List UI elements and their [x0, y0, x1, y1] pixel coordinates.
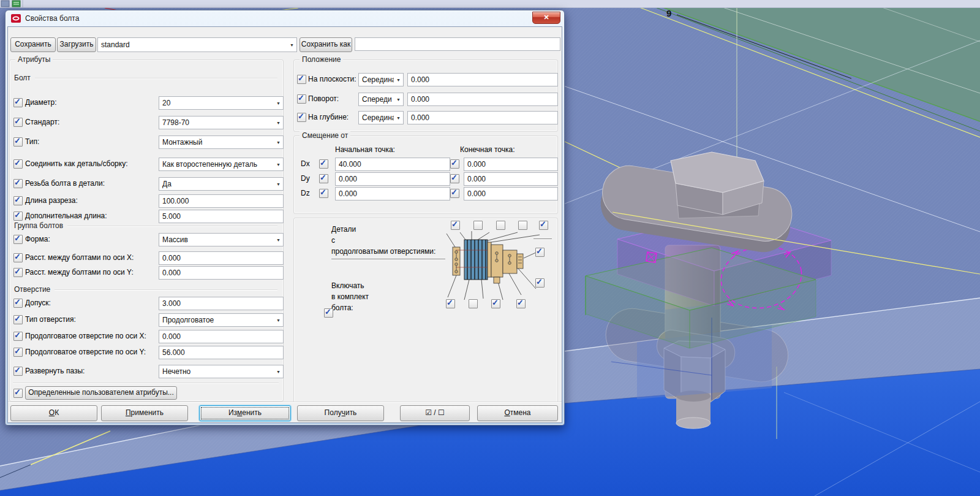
- include-bolt-checkbox[interactable]: [446, 299, 455, 308]
- cut-length-label: Длина разреза:: [25, 196, 78, 205]
- on-plane-input[interactable]: 0.000: [407, 73, 558, 86]
- shape-combo[interactable]: Массив▼: [159, 233, 284, 246]
- slotted-hole-y-label: Продолговатое отверстие по оси Y:: [25, 348, 146, 356]
- cancel-button[interactable]: Отмена: [477, 405, 558, 421]
- dx-start-checkbox[interactable]: [319, 159, 328, 169]
- rotation-select[interactable]: Спереди▼: [358, 93, 404, 106]
- diameter-combo[interactable]: 20▼: [159, 96, 284, 110]
- extra-length-checkbox[interactable]: [13, 212, 23, 221]
- thread-in-material-checkbox[interactable]: [13, 179, 23, 188]
- bolt-dist-y-checkbox[interactable]: [13, 268, 23, 277]
- diameter-checkbox[interactable]: [13, 98, 23, 107]
- thread-in-material-combo[interactable]: Да▼: [159, 177, 284, 191]
- modify-button[interactable]: Изменить: [199, 405, 291, 421]
- bolt-dist-x-checkbox[interactable]: [13, 253, 23, 262]
- slotted-hole-x-checkbox[interactable]: [13, 332, 23, 341]
- connect-as-combo[interactable]: Как второстепенную деталь▼: [159, 158, 284, 171]
- model-view-icon[interactable]: [1, 1, 9, 7]
- rotate-slots-combo[interactable]: Нечетно▼: [159, 365, 284, 378]
- bolt-dist-x-input[interactable]: 0.000: [159, 251, 284, 265]
- dz-end-input[interactable]: 0.000: [464, 187, 558, 200]
- tolerance-input[interactable]: 3.000: [159, 297, 284, 310]
- dz-label: Dz: [301, 189, 310, 197]
- hole-section-header: Отверстие: [14, 285, 277, 294]
- include-washer-top-checkbox[interactable]: [535, 248, 545, 257]
- at-depth-checkbox[interactable]: [297, 113, 306, 122]
- save-as-input[interactable]: [355, 37, 560, 51]
- dz-start-checkbox[interactable]: [319, 189, 328, 198]
- tolerance-checkbox[interactable]: [13, 299, 23, 308]
- bolt-group-section-header: Группа болтов: [14, 221, 277, 230]
- rotation-input[interactable]: 0.000: [407, 93, 558, 106]
- slotted-part-4-checkbox[interactable]: [518, 221, 527, 230]
- slotted-hole-x-label: Продолговатое отверстие по оси X:: [25, 332, 146, 340]
- include-washer-bottom-checkbox[interactable]: [535, 278, 545, 288]
- ok-button[interactable]: ОК: [10, 405, 97, 421]
- phase-icon[interactable]: [12, 1, 20, 7]
- standard-combo[interactable]: 7798-70▼: [159, 116, 284, 129]
- dy-start-input[interactable]: 0.000: [335, 172, 450, 186]
- cut-length-checkbox[interactable]: [13, 196, 23, 205]
- slotted-hole-y-input[interactable]: 56.000: [159, 346, 284, 359]
- toggle-all-checkboxes-button[interactable]: ☑ / ☐: [400, 405, 470, 421]
- bolt-type-combo[interactable]: Монтажный▼: [159, 135, 284, 149]
- dialog-title: Свойства болта: [25, 14, 79, 23]
- on-plane-checkbox[interactable]: [297, 75, 306, 84]
- include-nut-1-checkbox[interactable]: [491, 299, 500, 308]
- uda-checkbox[interactable]: [13, 389, 23, 398]
- uda-button[interactable]: Определенные пользователем атрибуты...: [25, 386, 177, 400]
- bolt-type-checkbox[interactable]: [13, 137, 23, 147]
- get-button[interactable]: Получить: [297, 405, 384, 421]
- slotted-part-5-checkbox[interactable]: [539, 221, 548, 230]
- slotted-hole-x-input[interactable]: 0.000: [159, 330, 284, 343]
- at-depth-select[interactable]: Середина▼: [358, 111, 404, 124]
- rotation-checkbox[interactable]: [297, 94, 306, 104]
- apply-button[interactable]: Применить: [101, 405, 188, 421]
- include-nut-2-checkbox[interactable]: [516, 299, 526, 308]
- slotted-part-2-checkbox[interactable]: [473, 221, 483, 230]
- dy-end-input[interactable]: 0.000: [464, 172, 558, 186]
- standard-label: Стандарт:: [25, 118, 59, 126]
- slotted-part-1-checkbox[interactable]: [451, 221, 460, 230]
- right-checks-separator: [533, 238, 552, 239]
- bolt-dist-y-input[interactable]: 0.000: [159, 266, 284, 280]
- slotted-hole-y-checkbox[interactable]: [13, 348, 23, 357]
- profile-combo[interactable]: standard ▼: [97, 37, 297, 52]
- dy-end-checkbox[interactable]: [450, 174, 459, 183]
- shape-checkbox[interactable]: [13, 235, 23, 244]
- dx-label: Dx: [301, 159, 310, 168]
- hole-type-combo[interactable]: Продолговатое▼: [159, 313, 284, 327]
- include-washer-mid-checkbox[interactable]: [469, 299, 478, 308]
- rotate-slots-checkbox[interactable]: [13, 367, 23, 376]
- dx-end-checkbox[interactable]: [450, 159, 459, 169]
- dz-end-checkbox[interactable]: [450, 189, 459, 198]
- dx-start-input[interactable]: 40.000: [335, 158, 450, 171]
- dialog-titlebar[interactable]: Свойства болта ✕: [6, 10, 564, 26]
- bolt-section-header: Болт: [14, 74, 277, 82]
- connect-as-checkbox[interactable]: [13, 159, 23, 169]
- load-button[interactable]: Загрузить: [57, 37, 96, 52]
- slotted-part-3-checkbox[interactable]: [496, 221, 505, 230]
- close-button[interactable]: ✕: [532, 12, 560, 24]
- save-as-button[interactable]: Сохранить как: [300, 37, 352, 52]
- dx-end-input[interactable]: 0.000: [464, 158, 558, 171]
- shape-label: Форма:: [25, 235, 50, 243]
- save-button[interactable]: Сохранить: [10, 37, 56, 52]
- standard-checkbox[interactable]: [13, 118, 23, 127]
- start-point-header: Начальная точка:: [335, 145, 395, 154]
- on-plane-select[interactable]: Середина▼: [358, 73, 404, 86]
- chevron-down-icon: ▼: [274, 101, 283, 105]
- cut-length-input[interactable]: 100.000: [159, 194, 284, 208]
- bolt-dist-x-label: Расст. между болтами по оси X:: [25, 253, 134, 262]
- bolt-dist-y-label: Расст. между болтами по оси Y:: [25, 268, 134, 277]
- bolt-set-master-checkbox[interactable]: [324, 308, 333, 318]
- close-icon: ✕: [543, 13, 549, 21]
- dz-start-input[interactable]: 0.000: [335, 187, 450, 200]
- chevron-down-icon: ▼: [394, 116, 403, 120]
- grid-label-9: 9: [666, 8, 671, 18]
- dy-start-checkbox[interactable]: [319, 174, 328, 183]
- profile-value: standard: [98, 40, 287, 49]
- at-depth-input[interactable]: 0.000: [407, 111, 558, 124]
- slotted-parts-underline: [331, 259, 445, 259]
- hole-type-checkbox[interactable]: [13, 315, 23, 324]
